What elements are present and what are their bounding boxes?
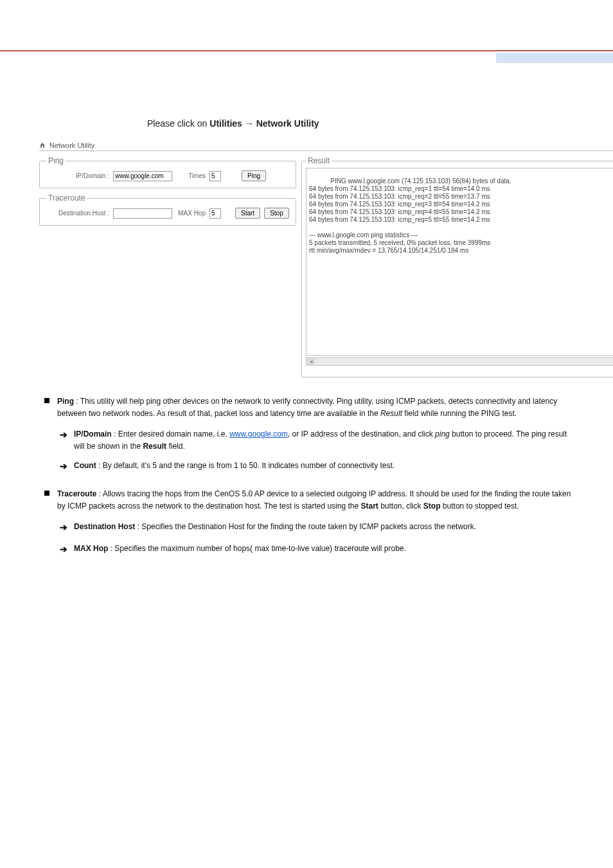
traceroute-legend: Traceroute [46,194,87,203]
maxhop-prose-body: : Specifies the maximum number of hops( … [108,544,406,553]
destination-host-input[interactable] [113,208,172,219]
count-sub: ➔ Count : By default, it's 5 and the ran… [10,460,603,474]
traceroute-body3: button to stopped test. [441,502,519,511]
count-label: Count [74,461,96,470]
home-icon [39,142,46,149]
start-button[interactable]: Start [235,208,260,219]
nav-prefix: Please click on [147,118,209,129]
ping-item: Ping : This utility will help ping other… [10,395,603,419]
dest-host-label: Destination Host [74,522,135,531]
dest-host-body: : Specifies the Destination Host for the… [135,522,476,531]
nav-part-1: Utilities [209,118,242,129]
arrow-icon: → [245,118,256,129]
top-divider [0,50,613,51]
arrow-right-icon: ➔ [60,521,67,535]
maxhop-label: MAX Hop [176,210,206,217]
arrow-right-icon: ➔ [60,428,67,442]
result-legend: Result [306,156,332,165]
traceroute-label: Traceroute [57,489,96,498]
ipdomain-result-bold: Result [143,442,166,451]
traceroute-body2: button, click [378,502,423,511]
count-body: : By default, it's 5 and the range is fr… [96,461,395,470]
prose-body: Ping : This utility will help ping other… [10,395,603,557]
bullet-square-icon [44,398,49,403]
ipdomain-body2: , or IP address of the destination, and … [288,429,435,439]
scroll-left-icon[interactable]: ◂ [306,357,315,365]
maxhop-sub: ➔ MAX Hop : Specifies the maximum number… [10,543,603,557]
arrow-right-icon: ➔ [60,460,67,474]
traceroute-item: Traceroute : Allows tracing the hops fro… [10,488,603,512]
ping-button[interactable]: Ping [242,170,266,181]
ip-domain-input[interactable] [113,171,172,181]
panel-title: Network Utility [49,141,94,149]
ping-label: Ping [57,397,74,406]
ip-domain-label: IP/Domain : [46,172,109,179]
ping-legend: Ping [46,156,66,165]
result-group: Result PING www.l.google.com (74.125.153… [301,156,613,377]
ipdomain-label: IP/Domain [74,429,112,439]
maxhop-input[interactable] [209,208,221,219]
bullet-square-icon [44,491,49,496]
traceroute-start-bold: Start [360,502,378,511]
dest-host-sub: ➔ Destination Host : Specifies the Desti… [10,521,603,535]
traceroute-stop-bold: Stop [423,502,441,511]
ipdomain-sub: ➔ IP/Domain : Enter desired domain name,… [10,428,603,452]
nav-path: Please click on Utilities → Network Util… [147,118,603,129]
ping-body2: field while running the PING test. [402,409,517,418]
ipdomain-ping-italic: ping [435,429,450,439]
ping-group: Ping IP/Domain : Times Ping [39,156,296,188]
times-input[interactable] [209,171,221,181]
header-accent-bar [496,53,613,63]
result-output: PING www.l.google.com (74.125.153.103) 5… [306,168,613,356]
ipdomain-body4: field. [166,442,185,451]
traceroute-group: Traceroute Destination Host : MAX Hop St… [39,194,296,226]
google-link[interactable]: www.google.com [229,429,288,439]
ipdomain-body: : Enter desired domain name, i.e. [112,429,229,439]
times-label: Times [176,172,206,179]
maxhop-prose-label: MAX Hop [74,544,108,553]
arrow-right-icon: ➔ [60,543,67,557]
nav-part-2: Network Utility [256,118,319,129]
result-text-content: PING www.l.google.com (74.125.153.103) 5… [309,177,511,254]
network-utility-screenshot: Network Utility Ping IP/Domain : Times P… [39,141,613,377]
horizontal-scrollbar[interactable]: ◂ ▸ [306,357,613,366]
destination-host-label: Destination Host : [46,210,109,217]
stop-button[interactable]: Stop [264,208,289,219]
ping-result-italic: Result [380,409,402,418]
